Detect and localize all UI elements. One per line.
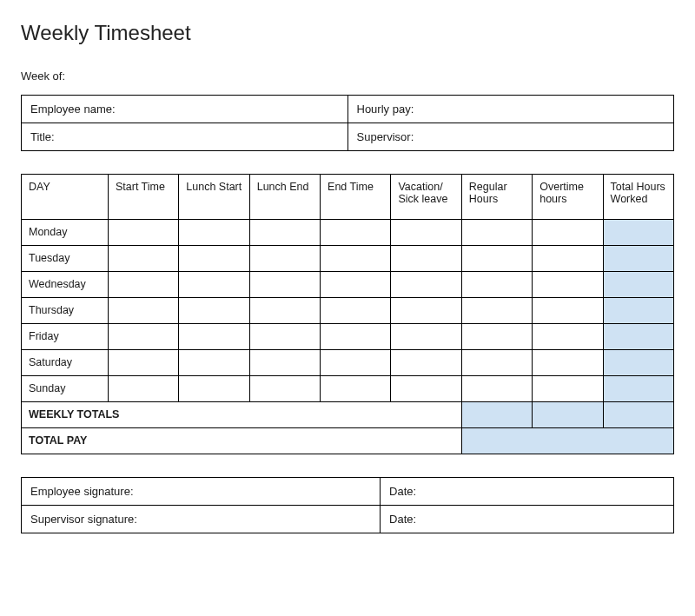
info-row: Employee name: Hourly pay: (22, 96, 674, 123)
start-time-cell[interactable] (108, 324, 178, 350)
lunch-start-cell[interactable] (179, 246, 249, 272)
regular-hours-cell[interactable] (461, 220, 532, 246)
start-time-cell[interactable] (108, 350, 178, 376)
header-regular-hours: Regular Hours (461, 175, 532, 220)
total-pay-cell[interactable] (461, 428, 673, 454)
day-cell: Wednesday (22, 272, 109, 298)
lunch-end-cell[interactable] (249, 324, 320, 350)
regular-hours-cell[interactable] (461, 350, 532, 376)
total-hours-cell[interactable] (603, 298, 673, 324)
start-time-cell[interactable] (108, 272, 178, 298)
day-cell: Thursday (22, 298, 109, 324)
lunch-start-cell[interactable] (179, 350, 249, 376)
header-end-time: End Time (321, 175, 391, 220)
table-row: Friday (22, 324, 674, 350)
vacation-sick-cell[interactable] (391, 324, 461, 350)
header-day: DAY (22, 175, 109, 220)
overtime-hours-cell[interactable] (533, 350, 603, 376)
timesheet-table: DAY Start Time Lunch Start Lunch End End… (21, 174, 674, 454)
regular-hours-cell[interactable] (461, 272, 532, 298)
regular-hours-cell[interactable] (461, 246, 532, 272)
lunch-end-cell[interactable] (249, 298, 320, 324)
total-hours-cell[interactable] (603, 272, 673, 298)
total-hours-cell[interactable] (603, 324, 673, 350)
start-time-cell[interactable] (108, 220, 178, 246)
vacation-sick-cell[interactable] (391, 272, 461, 298)
end-time-cell[interactable] (321, 350, 391, 376)
header-row: DAY Start Time Lunch Start Lunch End End… (22, 175, 674, 220)
vacation-sick-cell[interactable] (391, 298, 461, 324)
end-time-cell[interactable] (321, 324, 391, 350)
lunch-end-cell[interactable] (249, 220, 320, 246)
total-hours-cell[interactable] (603, 376, 673, 402)
lunch-start-cell[interactable] (179, 272, 249, 298)
header-lunch-start: Lunch Start (179, 175, 249, 220)
weekly-total-overtime[interactable] (533, 402, 603, 428)
lunch-start-cell[interactable] (179, 220, 249, 246)
employee-signature-date-cell[interactable]: Date: (381, 478, 674, 506)
vacation-sick-cell[interactable] (391, 350, 461, 376)
week-of-label: Week of: (21, 70, 674, 83)
employee-signature-cell[interactable]: Employee signature: (22, 478, 381, 506)
end-time-cell[interactable] (321, 376, 391, 402)
vacation-sick-cell[interactable] (391, 246, 461, 272)
lunch-end-cell[interactable] (249, 246, 320, 272)
supervisor-cell[interactable]: Supervisor: (348, 123, 674, 151)
start-time-cell[interactable] (108, 298, 178, 324)
header-start-time: Start Time (108, 175, 178, 220)
supervisor-signature-cell[interactable]: Supervisor signature: (22, 506, 381, 533)
end-time-cell[interactable] (321, 246, 391, 272)
regular-hours-cell[interactable] (461, 324, 532, 350)
end-time-cell[interactable] (321, 298, 391, 324)
total-pay-label: TOTAL PAY (22, 428, 462, 454)
vacation-sick-cell[interactable] (391, 220, 461, 246)
regular-hours-cell[interactable] (461, 298, 532, 324)
regular-hours-cell[interactable] (461, 376, 532, 402)
header-lunch-end: Lunch End (249, 175, 320, 220)
signature-row: Employee signature: Date: (22, 478, 674, 506)
total-hours-cell[interactable] (603, 220, 673, 246)
vacation-sick-cell[interactable] (391, 376, 461, 402)
table-row: Thursday (22, 298, 674, 324)
total-hours-cell[interactable] (603, 246, 673, 272)
day-cell: Sunday (22, 376, 109, 402)
header-overtime-hours: Overtime hours (533, 175, 603, 220)
start-time-cell[interactable] (108, 376, 178, 402)
day-cell: Friday (22, 324, 109, 350)
employee-info-table: Employee name: Hourly pay: Title: Superv… (21, 95, 674, 151)
lunch-start-cell[interactable] (179, 324, 249, 350)
table-row: Sunday (22, 376, 674, 402)
total-hours-cell[interactable] (603, 350, 673, 376)
header-total-hours: Total Hours Worked (603, 175, 673, 220)
day-cell: Saturday (22, 350, 109, 376)
lunch-start-cell[interactable] (179, 298, 249, 324)
weekly-totals-label: WEEKLY TOTALS (22, 402, 462, 428)
signature-row: Supervisor signature: Date: (22, 506, 674, 533)
weekly-totals-row: WEEKLY TOTALS (22, 402, 674, 428)
table-row: Monday (22, 220, 674, 246)
table-row: Tuesday (22, 246, 674, 272)
table-row: Wednesday (22, 272, 674, 298)
day-cell: Monday (22, 220, 109, 246)
weekly-total-hours[interactable] (603, 402, 673, 428)
overtime-hours-cell[interactable] (533, 220, 603, 246)
end-time-cell[interactable] (321, 220, 391, 246)
supervisor-signature-date-cell[interactable]: Date: (381, 506, 674, 533)
weekly-total-regular[interactable] (461, 402, 532, 428)
lunch-end-cell[interactable] (249, 350, 320, 376)
hourly-pay-cell[interactable]: Hourly pay: (348, 96, 674, 123)
lunch-end-cell[interactable] (249, 272, 320, 298)
employee-name-cell[interactable]: Employee name: (22, 96, 348, 123)
overtime-hours-cell[interactable] (533, 376, 603, 402)
lunch-end-cell[interactable] (249, 376, 320, 402)
overtime-hours-cell[interactable] (533, 298, 603, 324)
start-time-cell[interactable] (108, 246, 178, 272)
table-row: Saturday (22, 350, 674, 376)
total-pay-row: TOTAL PAY (22, 428, 674, 454)
overtime-hours-cell[interactable] (533, 324, 603, 350)
title-cell[interactable]: Title: (22, 123, 348, 151)
overtime-hours-cell[interactable] (533, 246, 603, 272)
lunch-start-cell[interactable] (179, 376, 249, 402)
overtime-hours-cell[interactable] (533, 272, 603, 298)
end-time-cell[interactable] (321, 272, 391, 298)
